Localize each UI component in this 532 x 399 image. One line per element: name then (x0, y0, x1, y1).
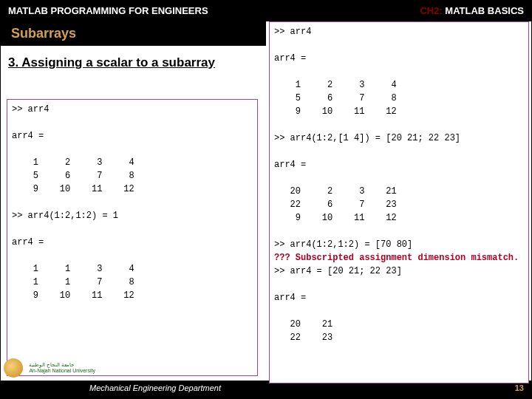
left-column: 3. Assigning a scalar to a subarray >> a… (1, 21, 266, 381)
error-message: ??? Subscripted assignment dimension mis… (274, 253, 519, 263)
page-number: 13 (515, 383, 524, 392)
slide-subtitle: Subarrays (1, 21, 266, 46)
left-heading: 3. Assigning a scalar to a subarray (8, 55, 259, 72)
logo-icon (4, 358, 23, 378)
right-code-b: >> arr4 = [20 21; 22 23] arr4 = 20 21 22… (274, 266, 402, 343)
chapter-label: CH2: MATLAB BASICS (420, 1, 524, 21)
right-code-block: >> arr4 arr4 = 1 2 3 4 5 6 7 8 9 10 11 1… (269, 21, 529, 383)
logo-english: An-Najah National University (29, 368, 95, 373)
header-bar: MATLAB PROGRAMMING FOR ENGINEERS CH2: MA… (1, 1, 531, 21)
logo-arabic: جامعة النجاح الوطنية (29, 362, 74, 367)
content-area: 3. Assigning a scalar to a subarray >> a… (1, 21, 531, 381)
slide: MATLAB PROGRAMMING FOR ENGINEERS CH2: MA… (0, 0, 532, 399)
course-title: MATLAB PROGRAMMING FOR ENGINEERS (8, 1, 208, 21)
right-code-a: >> arr4 arr4 = 1 2 3 4 5 6 7 8 9 10 11 1… (274, 27, 460, 250)
left-code-block: >> arr4 arr4 = 1 2 3 4 5 6 7 8 9 10 11 1… (7, 99, 258, 376)
university-logo: جامعة النجاح الوطنية An-Najah National U… (4, 358, 100, 381)
chapter-title: MATLAB BASICS (443, 5, 524, 16)
department-label: Mechanical Engineering Department (89, 383, 221, 392)
right-column: 2. Left-hand side Subarrays assignment s… (266, 21, 531, 381)
logo-text: جامعة النجاح الوطنية An-Najah National U… (29, 362, 95, 373)
chapter-prefix: CH2: (420, 5, 442, 16)
